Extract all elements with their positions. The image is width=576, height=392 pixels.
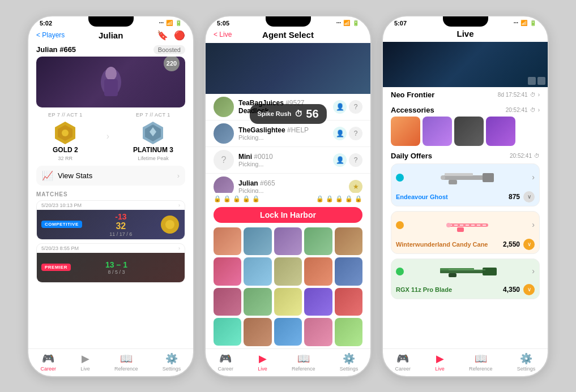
notch-3 xyxy=(443,16,488,27)
agent-cell-17[interactable] xyxy=(244,318,271,346)
back-button-1[interactable]: < Players xyxy=(36,31,65,39)
daily-offers-meta: 20:52:41 ⏱ xyxy=(510,153,540,159)
acc-thumb-4[interactable] xyxy=(486,117,515,146)
neo-frontier-section: Neo Frontier 8d 17:52:41 ⏱ › xyxy=(383,87,548,105)
nav-settings-3[interactable]: ⚙️ Settings xyxy=(517,352,536,372)
player-profile-icon-2[interactable]: 👤 xyxy=(333,127,347,140)
daily-offers-title: Daily Offers xyxy=(391,152,432,160)
accessories-row: Accessories 20:52:41 ⏱ › xyxy=(391,106,540,114)
svg-point-10 xyxy=(165,220,174,229)
profile-icon[interactable]: 🔴 xyxy=(174,30,185,41)
accessories-chevron[interactable]: › xyxy=(538,107,540,113)
agent-cell-8[interactable] xyxy=(274,257,302,285)
agent-cell-15[interactable] xyxy=(335,288,362,316)
lock-icon-gray-2: 🔒 xyxy=(233,195,241,203)
notch-2 xyxy=(266,16,311,27)
offer-3-expand[interactable]: ∨ xyxy=(523,284,535,295)
offer-card-2[interactable]: › Winterwunderland Candy Cane 2,550 ∨ xyxy=(391,211,540,254)
agent-cell-19[interactable] xyxy=(304,318,332,346)
view-stats-chevron: › xyxy=(177,171,180,180)
nav-career-1[interactable]: 🎮 Career xyxy=(41,352,57,372)
agent-cell-2[interactable] xyxy=(244,227,271,255)
agent-grid xyxy=(206,225,370,348)
agent-cell-4[interactable] xyxy=(304,227,332,255)
settings-label-3: Settings xyxy=(517,366,536,372)
svg-rect-13 xyxy=(445,173,473,176)
match-score-1: -13 xyxy=(109,212,132,221)
chart-icon: 📈 xyxy=(42,170,53,181)
agent-cell-5[interactable] xyxy=(335,227,362,255)
agent-cell-10[interactable] xyxy=(335,257,362,285)
agent-cell-12[interactable] xyxy=(244,288,271,316)
agent-cell-11[interactable] xyxy=(214,288,241,316)
agent-cell-9[interactable] xyxy=(304,257,332,285)
nav-settings-2[interactable]: ⚙️ Settings xyxy=(340,352,359,372)
agent-cell-14[interactable] xyxy=(304,288,332,316)
bottom-nav-1: 🎮 Career ▶ Live 📖 Reference ⚙️ Settings xyxy=(28,348,193,376)
nav-reference-2[interactable]: 📖 Reference xyxy=(292,352,315,372)
offer-card-1[interactable]: › Endeavour Ghost 875 ∨ xyxy=(391,163,540,206)
match-type-2: PREMIER xyxy=(41,264,71,271)
agent-cell-7[interactable] xyxy=(244,257,271,285)
lock-in-button[interactable]: Lock In Harbor xyxy=(214,207,362,223)
nav-live-3[interactable]: ▶ Live xyxy=(435,352,445,372)
acc-thumb-2[interactable] xyxy=(423,117,452,146)
agent-cell-16[interactable] xyxy=(214,318,241,346)
bookmark-icon[interactable]: 🔖 xyxy=(157,30,168,41)
player-help-icon-2[interactable]: ? xyxy=(349,127,362,140)
player-info-3: Mini #0010 Picking... xyxy=(238,153,328,167)
agent-cell-13[interactable] xyxy=(274,288,302,316)
agent-cell-1[interactable] xyxy=(214,227,241,255)
battery-icon-2: 🔋 xyxy=(352,20,359,26)
view-stats-button[interactable]: 📈 View Stats › xyxy=(36,166,185,186)
phone1-nav: < Players Julian 🔖 🔴 xyxy=(28,28,193,44)
neo-frontier-name: Neo Frontier xyxy=(391,91,434,99)
agent-cell-6[interactable] xyxy=(214,257,241,285)
offer-2-price-area: 2,550 ∨ xyxy=(503,239,535,250)
svg-rect-12 xyxy=(483,173,494,182)
offer-2-bottom: Winterwunderland Candy Cane 2,550 ∨ xyxy=(391,238,539,253)
accessories-name: Accessories xyxy=(391,106,434,114)
match-header-1: 5/20/23 10:13 PM › xyxy=(37,201,185,210)
neo-frontier-chevron[interactable]: › xyxy=(538,92,540,98)
accessories-meta: 20:52:41 ⏱ › xyxy=(506,107,540,113)
nav-live-1[interactable]: ▶ Live xyxy=(80,352,90,372)
agent-cell-18[interactable] xyxy=(274,318,302,346)
nav-live-2[interactable]: ▶ Live xyxy=(258,352,267,372)
match-card-1[interactable]: 5/20/23 10:13 PM › COMPETITIVE -13 32 11… xyxy=(36,200,185,240)
match-score-2: 13 – 1 xyxy=(105,260,127,269)
map-banner-2: Spike Rush ⏱ 56 xyxy=(206,43,370,94)
offer-1-expand[interactable]: ∨ xyxy=(523,191,535,203)
player-icons-4: ★ xyxy=(349,180,362,193)
rank-label-1: EP 7 // ACT 1 xyxy=(48,112,83,118)
player-help-icon-3[interactable]: ? xyxy=(349,153,362,167)
avatar-img-4 xyxy=(214,176,234,193)
match-rr-1: 32 xyxy=(109,221,132,231)
wifi-icon-3: 📶 xyxy=(520,20,527,26)
phone-3: 5:07 ··· 📶 🔋 Live xyxy=(382,15,549,377)
agent-cell-20[interactable] xyxy=(335,318,362,346)
offer-card-3[interactable]: › RGX 11z Pro Blade 4,350 ∨ xyxy=(391,259,540,299)
player-help-icon-1[interactable]: ? xyxy=(349,100,362,114)
offer-3-price-area: 4,350 ∨ xyxy=(503,284,535,295)
offer-2-expand[interactable]: ∨ xyxy=(523,239,535,250)
acc-thumb-1[interactable] xyxy=(391,117,420,146)
acc-thumb-3[interactable] xyxy=(454,117,484,146)
live-icon-3: ▶ xyxy=(436,352,444,365)
nav-reference-1[interactable]: 📖 Reference xyxy=(114,352,138,372)
signal-icon-2: ··· xyxy=(336,20,341,26)
agent-cell-3[interactable] xyxy=(274,227,302,255)
rank-item-current: EP 7 // ACT 1 GOLD 2 32 RR xyxy=(48,112,83,161)
nav-career-2[interactable]: 🎮 Career xyxy=(218,352,234,372)
back-button-2[interactable]: < Live xyxy=(214,31,232,38)
player-profile-icon-3[interactable]: 👤 xyxy=(333,153,347,167)
nav-career-3[interactable]: 🎮 Career xyxy=(395,352,411,372)
match-content-2: PREMIER 13 – 1 8 / 5 / 3 xyxy=(37,253,185,282)
nav-reference-3[interactable]: 📖 Reference xyxy=(469,352,493,372)
offer-1-gun-area xyxy=(407,167,535,188)
avatar-img-1 xyxy=(214,97,234,117)
player-profile-icon-1[interactable]: 👤 xyxy=(333,100,347,114)
match-card-2[interactable]: 5/20/23 8:55 PM › PREMIER 13 – 1 8 / 5 /… xyxy=(36,243,185,283)
nav-settings-1[interactable]: ⚙️ Settings xyxy=(163,352,181,372)
rank-name-2: PLATINUM 3 xyxy=(133,146,173,154)
